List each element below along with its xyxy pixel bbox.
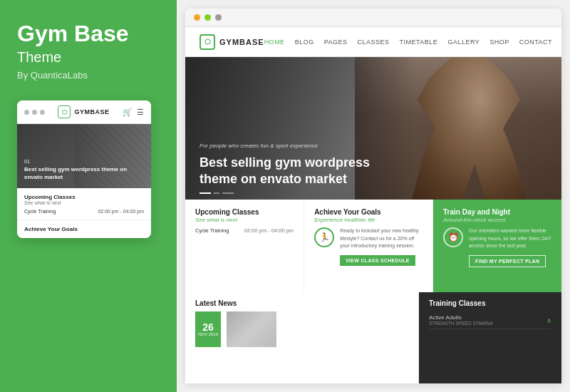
nav-link-gallery[interactable]: GALLERY bbox=[447, 38, 480, 46]
brand-title: Gym Base bbox=[17, 21, 160, 46]
train-icon-wrapper: ⏰ bbox=[443, 227, 463, 251]
hero-title: Best selling gym wordpress theme on enva… bbox=[200, 155, 385, 187]
mobile-menu-icon[interactable]: ☰ bbox=[137, 108, 144, 117]
mobile-nav-icons: 🛒 ☰ bbox=[123, 108, 144, 117]
nav-link-blog[interactable]: BLOG bbox=[295, 38, 314, 46]
col-train: Train Day and Night Around-the-clock acc… bbox=[433, 200, 561, 292]
bottom-training: Training Classes Active Adults STRENGTH … bbox=[419, 292, 561, 383]
train-text-content: Our members wanted more flexible opening… bbox=[469, 227, 551, 267]
slider-dot-1[interactable] bbox=[200, 192, 211, 194]
site-hero: For people who creates fun & sport exper… bbox=[185, 57, 561, 200]
train-body: ⏰ Our members wanted more flexible openi… bbox=[443, 227, 551, 267]
nav-link-shop[interactable]: SHOP bbox=[489, 38, 509, 46]
hero-content: For people who creates fun & sport exper… bbox=[200, 143, 385, 187]
mobile-dot-1 bbox=[24, 110, 29, 115]
achieve-subtitle: Experience healthier life bbox=[314, 217, 423, 223]
browser-top-bar bbox=[185, 9, 561, 27]
browser-dot-1 bbox=[194, 14, 200, 21]
training-section-title: Training Classes bbox=[429, 299, 551, 307]
achieve-text-content: Ready to kickstart your new healthy life… bbox=[340, 227, 423, 266]
train-body-text: Our members wanted more flexible opening… bbox=[469, 227, 551, 250]
training-item-chevron-icon[interactable]: ∧ bbox=[546, 316, 551, 324]
site-bottom-strip: Latest News 26 NOV 2019 Training Classes… bbox=[185, 292, 561, 383]
slider-dot-3[interactable] bbox=[222, 192, 234, 194]
col-upcoming: Upcoming Classes See what is next Cycle … bbox=[185, 200, 304, 292]
right-panel: ⬡ GYMBASE HOME BLOG PAGES CLASSES TIMETA… bbox=[177, 0, 570, 392]
nav-link-pages[interactable]: PAGES bbox=[324, 38, 348, 46]
news-image bbox=[227, 311, 276, 347]
site-logo: ⬡ GYMBASE bbox=[200, 34, 264, 50]
achieve-icon-wrapper: 🏃 bbox=[314, 227, 334, 247]
nav-link-classes[interactable]: CLASSES bbox=[358, 38, 390, 46]
news-content: 26 NOV 2019 bbox=[195, 311, 408, 347]
left-panel: Gym Base Theme By QuanticaLabs ⬡ GYMBASE… bbox=[0, 0, 177, 392]
achieve-title: Achieve Your Goals bbox=[314, 208, 423, 216]
view-class-schedule-button[interactable]: VIEW CLASS SCHEDULE bbox=[340, 255, 415, 266]
mobile-achieve-section: Achieve Your Goals bbox=[17, 220, 151, 238]
site-three-columns: Upcoming Classes See what is next Cycle … bbox=[185, 200, 561, 292]
train-title: Train Day and Night bbox=[443, 208, 551, 216]
mobile-slide-number: 01 bbox=[24, 159, 144, 164]
mobile-cart-icon[interactable]: 🛒 bbox=[123, 108, 133, 117]
mobile-class-name: Cycle Training bbox=[24, 209, 56, 214]
mobile-logo: ⬡ GYMBASE bbox=[58, 105, 109, 118]
brand-subtitle: Theme bbox=[17, 49, 160, 66]
mobile-logo-text: GYMBASE bbox=[74, 108, 109, 115]
achieve-body-text: Ready to kickstart your new healthy life… bbox=[340, 227, 423, 250]
site-nav: ⬡ GYMBASE HOME BLOG PAGES CLASSES TIMETA… bbox=[185, 27, 561, 57]
bottom-news: Latest News 26 NOV 2019 bbox=[185, 292, 419, 383]
mobile-top-bar: ⬡ GYMBASE 🛒 ☰ bbox=[17, 100, 151, 124]
mobile-hero-content: 01 Best selling gym wordpress theme on e… bbox=[24, 159, 144, 181]
mobile-classes-title: Upcoming Classes bbox=[24, 194, 144, 200]
news-date-month: NOV 2019 bbox=[198, 332, 218, 336]
site-nav-links: HOME BLOG PAGES CLASSES TIMETABLE GALLER… bbox=[264, 36, 561, 47]
class-entry-name: Cycle Training bbox=[195, 227, 229, 234]
mobile-dots bbox=[24, 110, 45, 115]
mobile-class-time: 02:00 pm - 04:00 pm bbox=[98, 209, 144, 214]
mobile-achieve-title: Achieve Your Goals bbox=[24, 226, 144, 232]
train-clock-icon: ⏰ bbox=[443, 227, 463, 247]
browser-chrome: ⬡ GYMBASE HOME BLOG PAGES CLASSES TIMETA… bbox=[185, 9, 561, 383]
training-item: Active Adults STRENGTH SPEED STAMINA ∧ bbox=[429, 311, 551, 329]
train-subtitle: Around-the-clock access bbox=[443, 217, 551, 223]
mobile-hero-title: Best selling gym wordpress theme on enva… bbox=[24, 166, 144, 181]
mobile-classes-subtitle: See what is next bbox=[24, 200, 144, 205]
news-date-badge: 26 NOV 2019 bbox=[195, 311, 221, 347]
upcoming-subtitle: See what is next bbox=[195, 217, 294, 223]
upcoming-title: Upcoming Classes bbox=[195, 208, 294, 216]
training-item-info: Active Adults STRENGTH SPEED STAMINA bbox=[429, 314, 493, 326]
achieve-person-icon: 🏃 bbox=[314, 227, 334, 247]
news-date-day: 26 bbox=[202, 322, 214, 332]
class-entry-time: 02:00 pm - 04:00 pm bbox=[244, 227, 294, 234]
mobile-classes-section: Upcoming Classes See what is next Cycle … bbox=[17, 188, 151, 220]
training-item-tags: STRENGTH SPEED STAMINA bbox=[429, 321, 493, 326]
nav-link-home[interactable]: HOME bbox=[264, 38, 285, 46]
find-perfect-plan-button[interactable]: FIND MY PERFECT PLAN bbox=[469, 255, 546, 267]
mobile-preview: ⬡ GYMBASE 🛒 ☰ 01 Best selling gym wordpr… bbox=[17, 100, 151, 238]
mobile-hero: 01 Best selling gym wordpress theme on e… bbox=[17, 124, 151, 188]
mobile-class-row: Cycle Training 02:00 pm - 04:00 pm bbox=[24, 209, 144, 214]
achieve-body: 🏃 Ready to kickstart your new healthy li… bbox=[314, 227, 423, 266]
col-achieve: Achieve Your Goals Experience healthier … bbox=[304, 200, 433, 292]
slider-dot-2[interactable] bbox=[214, 192, 219, 194]
class-entry: Cycle Training 02:00 pm - 04:00 pm bbox=[195, 227, 294, 234]
news-section-title: Latest News bbox=[195, 299, 408, 307]
hero-slider-dots bbox=[200, 192, 234, 194]
site-logo-text: GYMBASE bbox=[219, 38, 264, 46]
training-item-name: Active Adults bbox=[429, 314, 493, 321]
mobile-dot-2 bbox=[32, 110, 37, 115]
site-logo-icon: ⬡ bbox=[200, 34, 215, 50]
browser-dot-2 bbox=[204, 14, 211, 21]
mobile-logo-icon: ⬡ bbox=[58, 105, 71, 118]
nav-link-timetable[interactable]: TIMETABLE bbox=[400, 38, 438, 46]
nav-link-contact[interactable]: CONTACT bbox=[519, 38, 552, 46]
browser-dot-3 bbox=[215, 14, 222, 21]
mobile-dot-3 bbox=[40, 110, 45, 115]
hero-tagline: For people who creates fun & sport exper… bbox=[200, 143, 385, 149]
brand-author: By QuanticaLabs bbox=[17, 70, 160, 81]
